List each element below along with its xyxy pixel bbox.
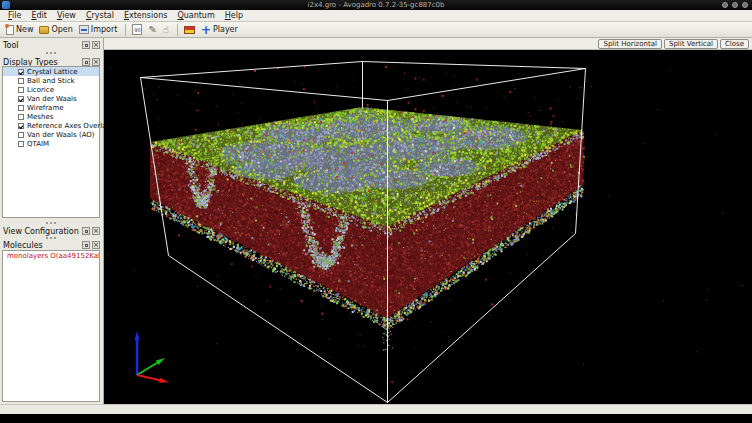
status-bar (0, 404, 752, 414)
molecules-list: monolayers O(aa49152Kab49152K... (2, 250, 100, 402)
menu-edit[interactable]: Edit (26, 10, 52, 21)
close-view-button[interactable]: Close (720, 39, 749, 49)
dock-splitter-handle[interactable] (46, 52, 58, 54)
desktop-strip (0, 414, 752, 423)
checkbox[interactable] (18, 141, 24, 147)
split-horizontal-button[interactable]: Split Horizontal (598, 39, 662, 49)
toolbar-separator (125, 24, 126, 36)
display-type-row[interactable]: Reference Axes Overlay (3, 121, 99, 130)
display-type-label: Van der Waals (AO) (27, 131, 95, 139)
display-type-row[interactable]: Wireframe (3, 103, 99, 112)
molecules-float-button[interactable] (82, 241, 90, 249)
new-document-icon (6, 25, 14, 35)
new-button[interactable]: New (6, 25, 33, 35)
menu-help[interactable]: Help (220, 10, 248, 21)
import-button[interactable]: Import (79, 25, 118, 34)
toolbar-separator (177, 24, 178, 36)
import-arrow-icon (79, 25, 89, 34)
dock-splitter-handle[interactable] (46, 237, 58, 239)
float-icon (85, 244, 88, 247)
view-toolbar: Split Horizontal Split Vertical Close (104, 38, 752, 50)
molecules-close-button[interactable]: × (92, 241, 100, 249)
title-bar[interactable]: i2x4.gro - Avogadro 0.7.2-35-gc887c0b (0, 0, 752, 10)
display-type-label: Wireframe (27, 104, 64, 112)
molecule-item[interactable]: monolayers O(aa49152Kab49152K... (3, 251, 99, 260)
display-type-row[interactable]: Crystal Lattice (3, 67, 99, 76)
view-configuration-dock-header: View Configuration × (3, 226, 100, 236)
checkbox[interactable] (18, 114, 24, 120)
display-types-list: Crystal LatticeBall and StickLicoriceVan… (2, 66, 100, 218)
molecules-dock-header: Molecules × (3, 240, 100, 250)
checkbox[interactable] (18, 96, 24, 102)
main-toolbar: New Open Import 90 ✎ ☝ + Player (0, 22, 752, 38)
display-type-row[interactable]: Van der Waals (3, 94, 99, 103)
float-icon (85, 44, 88, 47)
draw-tool-button[interactable]: ✎ (148, 24, 156, 36)
display-type-label: Ball and Stick (27, 77, 75, 85)
menu-quantum[interactable]: Quantum (172, 10, 219, 21)
avogadro-window: i2x4.gro - Avogadro 0.7.2-35-gc887c0b Fi… (0, 0, 752, 423)
angle-tool-button[interactable]: 90 (132, 24, 142, 35)
display-type-label: Licorice (27, 86, 54, 94)
select-tool-button[interactable]: ☝ (163, 24, 169, 36)
menu-view[interactable]: View (52, 10, 81, 21)
display-type-label: QTAIM (27, 140, 49, 148)
window-close-button[interactable] (742, 2, 748, 8)
hand-pointer-icon: ☝ (163, 24, 169, 36)
open-button-label: Open (51, 25, 72, 34)
tool-dock-title: Tool (3, 41, 80, 50)
checkbox[interactable] (18, 69, 24, 75)
view-configuration-close-button[interactable]: × (92, 227, 100, 235)
window-title: i2x4.gro - Avogadro 0.7.2-35-gc887c0b (0, 0, 752, 10)
menu-crystal[interactable]: Crystal (81, 10, 119, 21)
display-types-float-button[interactable] (82, 58, 90, 66)
player-button-label: Player (213, 25, 238, 34)
measure-tool-button[interactable] (184, 26, 195, 34)
viewport-canvas[interactable] (104, 50, 752, 404)
checkbox[interactable] (18, 132, 24, 138)
display-type-row[interactable]: Van der Waals (AO) (3, 130, 99, 139)
display-type-label: Crystal Lattice (27, 68, 78, 76)
display-types-close-button[interactable]: × (92, 58, 100, 66)
display-type-row[interactable]: QTAIM (3, 139, 99, 148)
display-type-label: Van der Waals (27, 95, 77, 103)
checkbox[interactable] (18, 123, 24, 129)
dock-splitter-handle[interactable] (46, 222, 58, 224)
angle-tool-icon: 90 (132, 24, 142, 35)
left-dock-panel: Tool × Display Types × Crystal LatticeBa… (0, 38, 104, 404)
open-folder-icon (39, 26, 49, 34)
measure-tool-icon (184, 26, 195, 34)
display-type-row[interactable]: Meshes (3, 112, 99, 121)
window-maximize-button[interactable] (732, 2, 738, 8)
view-configuration-float-button[interactable] (82, 227, 90, 235)
window-minimize-button[interactable] (722, 2, 728, 8)
manipulate-plus-icon: + (201, 24, 211, 36)
tool-dock-header: Tool × (3, 40, 100, 50)
float-icon (85, 61, 88, 64)
tool-dock-close-button[interactable]: × (92, 41, 100, 49)
menu-file[interactable]: File (3, 10, 26, 21)
checkbox[interactable] (18, 78, 24, 84)
display-type-row[interactable]: Ball and Stick (3, 76, 99, 85)
checkbox[interactable] (18, 105, 24, 111)
import-button-label: Import (91, 25, 118, 34)
display-type-label: Meshes (27, 113, 53, 121)
new-button-label: New (16, 25, 33, 34)
split-vertical-button[interactable]: Split Vertical (664, 39, 718, 49)
molecules-title: Molecules (3, 241, 80, 250)
player-button[interactable]: + Player (201, 24, 238, 36)
open-button[interactable]: Open (39, 25, 72, 34)
float-icon (85, 230, 88, 233)
menu-extensions[interactable]: Extensions (119, 10, 172, 21)
checkbox[interactable] (18, 87, 24, 93)
view-configuration-title: View Configuration (3, 227, 80, 236)
display-type-label: Reference Axes Overlay (27, 122, 111, 130)
display-type-row[interactable]: Licorice (3, 85, 99, 94)
tool-dock-float-button[interactable] (82, 41, 90, 49)
menu-bar: File Edit View Crystal Extensions Quantu… (0, 10, 752, 22)
pencil-icon: ✎ (148, 24, 156, 36)
